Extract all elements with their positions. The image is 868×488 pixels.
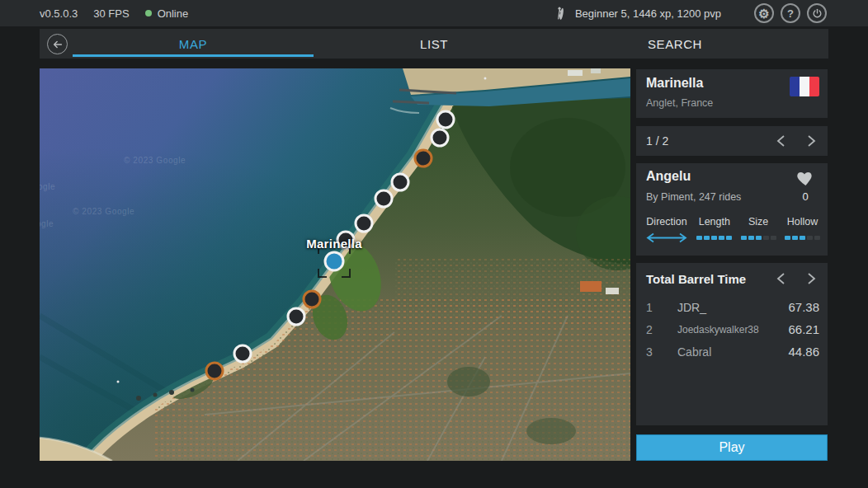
google-watermark: © 2023 Google	[40, 182, 55, 191]
length-meter	[696, 232, 732, 243]
prev-wave-button[interactable]	[770, 129, 793, 152]
quit-button[interactable]	[807, 3, 827, 23]
satellite-map[interactable]: © 2023 Google© 2023 Google© 2023 Google©…	[40, 68, 630, 461]
help-button[interactable]: ?	[781, 3, 800, 23]
like-button[interactable]: 0	[792, 168, 818, 203]
tab-bar: MAP LIST SEARCH	[40, 29, 828, 59]
france-flag-icon	[790, 77, 819, 96]
rank: 3	[646, 345, 671, 359]
chevron-right-icon	[805, 134, 817, 148]
spot-header-card: Marinella Anglet, France	[636, 69, 828, 118]
spot-name: Marinella	[646, 76, 703, 91]
map-marker[interactable]	[391, 173, 410, 192]
tabs: MAP LIST SEARCH	[73, 29, 795, 59]
leaderboard-rows: 1JDR_67.382Joedaskywalker3866.213Cabral4…	[636, 296, 828, 363]
leaderboard-title: Total Barrel Time	[646, 272, 763, 286]
leaderboard-row: 2Joedaskywalker3866.21	[636, 318, 828, 340]
leaderboard-row: 1JDR_67.38	[636, 296, 828, 318]
wave-byline: By Piment, 247 rides	[646, 191, 741, 203]
online-label: Online	[158, 7, 189, 20]
map-marker[interactable]	[287, 307, 306, 326]
wave-stat-direction: Direction	[645, 216, 688, 243]
pagination-label: 1 / 2	[646, 134, 763, 148]
next-wave-button[interactable]	[800, 129, 823, 152]
google-watermark: © 2023 Google	[73, 207, 134, 216]
back-button[interactable]	[47, 34, 68, 54]
prev-leaderboard-button[interactable]	[770, 267, 793, 290]
version-label: v0.5.0.3	[40, 7, 78, 20]
map-marker[interactable]	[303, 290, 322, 309]
map-marker[interactable]	[234, 345, 252, 364]
player-name: JDR_	[671, 301, 788, 314]
wave-stat-length: Length	[696, 216, 732, 243]
tab-map[interactable]: MAP	[73, 29, 314, 59]
map-marker[interactable]	[355, 214, 374, 233]
size-meter	[741, 232, 776, 243]
fps-label: 30 FPS	[93, 7, 129, 20]
rank: 1	[646, 301, 671, 314]
map-marker-selected[interactable]	[324, 251, 345, 272]
google-watermark: © 2023 Google	[40, 219, 54, 228]
next-leaderboard-button[interactable]	[800, 267, 823, 290]
top-status-bar: v0.5.0.3 30 FPS Online Beginner 5, 1446 …	[0, 0, 868, 26]
selected-spot-label: Marinella	[306, 237, 362, 251]
power-icon	[812, 8, 823, 19]
heart-icon	[795, 168, 816, 186]
barrel-time-value: 67.38	[788, 300, 819, 314]
gear-icon: ⚙	[758, 7, 769, 20]
leaderboard-card: Total Barrel Time 1JDR_67.382Joedaskywal…	[636, 263, 828, 425]
game-screen: v0.5.0.3 30 FPS Online Beginner 5, 1446 …	[0, 0, 868, 488]
chevron-left-icon	[776, 134, 787, 148]
hollow-meter	[785, 232, 820, 243]
map-marker[interactable]	[431, 129, 450, 148]
play-button[interactable]: Play	[636, 434, 828, 461]
surfer-icon	[554, 6, 568, 21]
map-marker[interactable]	[436, 110, 455, 129]
play-button-label: Play	[719, 440, 744, 455]
back-arrow-icon	[52, 39, 64, 50]
tab-list-label: LIST	[420, 37, 448, 51]
tab-map-label: MAP	[179, 37, 207, 51]
like-count: 0	[792, 190, 818, 203]
question-icon: ?	[787, 7, 794, 20]
settings-button[interactable]: ⚙	[754, 3, 774, 23]
map-marker[interactable]	[205, 362, 224, 381]
wave-pagination-card: 1 / 2	[636, 126, 828, 156]
player-name: Cabral	[671, 345, 788, 359]
wave-stat-size: Size	[741, 216, 776, 243]
player-name: Joedaskywalker38	[671, 324, 788, 336]
online-dot-icon	[145, 10, 152, 16]
rank: 2	[646, 323, 671, 336]
google-watermark: © 2023 Google	[124, 156, 186, 165]
spot-info-panel: Marinella Anglet, France 1 / 2 Angelu By…	[636, 68, 828, 461]
tab-search-label: SEARCH	[648, 37, 702, 51]
tab-list[interactable]: LIST	[314, 29, 554, 59]
barrel-time-value: 44.86	[788, 345, 819, 359]
map-marker[interactable]	[375, 190, 394, 209]
map-marker[interactable]	[414, 149, 433, 168]
online-status: Online	[145, 7, 189, 20]
tab-search[interactable]: SEARCH	[554, 29, 795, 59]
spot-location: Anglet, France	[646, 97, 713, 109]
player-status: Beginner 5, 1446 xp, 1200 pvp	[575, 7, 721, 20]
leaderboard-row: 3Cabral44.86	[636, 340, 828, 363]
chevron-left-icon	[776, 272, 787, 285]
chevron-right-icon	[805, 272, 817, 285]
wave-details-card: Angelu By Piment, 247 rides 0 DirectionL…	[636, 163, 828, 256]
wave-name: Angelu	[646, 169, 691, 184]
barrel-time-value: 66.21	[788, 322, 819, 336]
direction-both-arrow-icon	[645, 232, 688, 243]
tab-map-underline	[73, 54, 314, 57]
wave-stats: DirectionLengthSizeHollow	[645, 216, 820, 243]
wave-stat-hollow: Hollow	[785, 216, 820, 243]
